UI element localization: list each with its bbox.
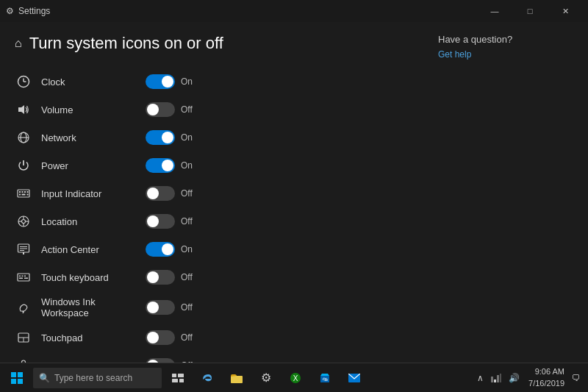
svg-rect-13 (22, 194, 26, 196)
touchpad-toggle-container: Off (146, 330, 196, 345)
help-link[interactable]: Get help (438, 49, 576, 60)
svg-rect-51 (494, 379, 496, 382)
input-indicator-icon (15, 185, 32, 202)
page-header: ⌂ Turn system icons on or off (15, 34, 412, 53)
setting-row-location: Location Off (15, 207, 412, 235)
action-center-toggle-label: On (181, 244, 196, 254)
svg-text:X: X (293, 374, 298, 382)
notification-icon[interactable]: 🗨 (570, 363, 582, 393)
svg-rect-11 (27, 191, 29, 193)
svg-rect-53 (497, 375, 499, 382)
taskbar: 🔍 Type here to search ⚙ (0, 363, 588, 392)
svg-rect-45 (231, 376, 243, 383)
svg-rect-38 (18, 372, 23, 377)
svg-rect-43 (172, 379, 178, 382)
windows-ink-toggle-label: Off (181, 302, 196, 313)
edge-button[interactable] (194, 363, 220, 393)
svg-rect-30 (24, 278, 28, 279)
power-label: Power (41, 160, 137, 171)
volume-sys-icon[interactable]: 🔊 (506, 373, 523, 383)
setting-row-touchpad: Touchpad Off (15, 324, 412, 352)
taskbar-icons: ⚙ X 🛍 (165, 363, 368, 393)
windows-ink-icon (15, 299, 32, 316)
windows-ink-label: Windows Ink Workspace (41, 296, 137, 318)
settings-taskbar-button[interactable]: ⚙ (253, 363, 279, 393)
svg-rect-9 (22, 191, 24, 193)
svg-rect-12 (19, 194, 21, 196)
settings-list: Clock On Volume (15, 68, 412, 363)
taskbar-time: 9:06 AM (528, 366, 564, 377)
setting-row-action-center: Action Center On (15, 235, 412, 263)
windows-ink-toggle[interactable] (146, 300, 175, 315)
taskbar-date: 7/16/2019 (528, 378, 564, 389)
clock-toggle-container: On (146, 74, 196, 89)
help-title: Have a question? (438, 34, 576, 45)
start-button[interactable] (0, 363, 33, 393)
taskbar-clock[interactable]: 9:06 AM 7/16/2019 (524, 366, 569, 389)
network-toggle-label: On (181, 132, 196, 143)
taskbar-search[interactable]: 🔍 Type here to search (33, 368, 162, 388)
touch-keyboard-toggle[interactable] (146, 270, 175, 285)
task-view-button[interactable] (165, 363, 191, 393)
network-sys-icon[interactable] (488, 374, 504, 382)
setting-row-power: Power On (15, 152, 412, 179)
xbox-button[interactable]: X (282, 363, 309, 393)
power-toggle-label: On (181, 160, 196, 171)
svg-rect-44 (179, 379, 184, 382)
volume-toggle-label: Off (181, 104, 196, 115)
touchpad-toggle[interactable] (146, 330, 175, 345)
input-toggle-container: Off (146, 186, 196, 201)
clock-toggle-label: On (181, 76, 196, 87)
svg-rect-26 (19, 276, 21, 277)
svg-rect-28 (24, 276, 26, 277)
location-toggle[interactable] (146, 214, 175, 229)
action-center-toggle[interactable] (146, 242, 175, 257)
svg-rect-52 (491, 377, 493, 382)
action-center-toggle-container: On (146, 242, 196, 257)
svg-rect-39 (11, 379, 16, 384)
mail-button[interactable] (341, 363, 368, 393)
svg-rect-54 (500, 374, 501, 382)
close-button[interactable]: ✕ (548, 0, 582, 22)
location-label: Location (41, 216, 137, 227)
svg-rect-40 (18, 379, 23, 384)
touchpad-toggle-label: Off (181, 332, 196, 343)
page-title: Turn system icons on or off (29, 34, 223, 53)
svg-point-16 (22, 220, 26, 224)
power-icon (15, 157, 32, 174)
setting-row-volume: Volume Off (15, 96, 412, 124)
power-toggle[interactable] (146, 158, 175, 173)
location-icon (15, 213, 32, 230)
search-icon: 🔍 (39, 373, 50, 383)
up-arrow-icon[interactable]: ∧ (474, 373, 487, 383)
network-toggle[interactable] (146, 130, 175, 145)
clock-icon (15, 73, 32, 90)
svg-rect-41 (172, 374, 176, 377)
touch-keyboard-toggle-label: Off (181, 272, 196, 282)
svg-text:🛍: 🛍 (323, 377, 328, 382)
svg-rect-27 (22, 276, 24, 277)
title-bar-controls: — □ ✕ (478, 0, 582, 22)
microphone-icon (15, 357, 32, 363)
clock-toggle[interactable] (146, 74, 175, 89)
svg-rect-7 (18, 190, 29, 197)
minimize-button[interactable]: — (478, 0, 512, 22)
maximize-button[interactable]: □ (513, 0, 547, 22)
svg-rect-8 (19, 191, 21, 193)
network-label: Network (41, 132, 137, 143)
file-explorer-button[interactable] (223, 363, 250, 393)
search-text: Type here to search (54, 373, 132, 383)
home-icon[interactable]: ⌂ (15, 37, 22, 50)
power-toggle-container: On (146, 158, 196, 173)
title-bar-left: ⚙ Settings (6, 6, 50, 16)
svg-rect-14 (27, 194, 29, 196)
settings-panel: ⌂ Turn system icons on or off Clock (0, 22, 426, 363)
settings-gear-icon: ⚙ (6, 6, 14, 16)
setting-row-network: Network On (15, 124, 412, 152)
setting-row-touch-keyboard: Touch keyboard Off (15, 263, 412, 291)
setting-row-clock: Clock On (15, 68, 412, 96)
store-button[interactable]: 🛍 (312, 363, 338, 393)
title-bar-title: Settings (18, 6, 50, 16)
input-indicator-toggle[interactable] (146, 186, 175, 201)
volume-toggle[interactable] (146, 102, 175, 117)
